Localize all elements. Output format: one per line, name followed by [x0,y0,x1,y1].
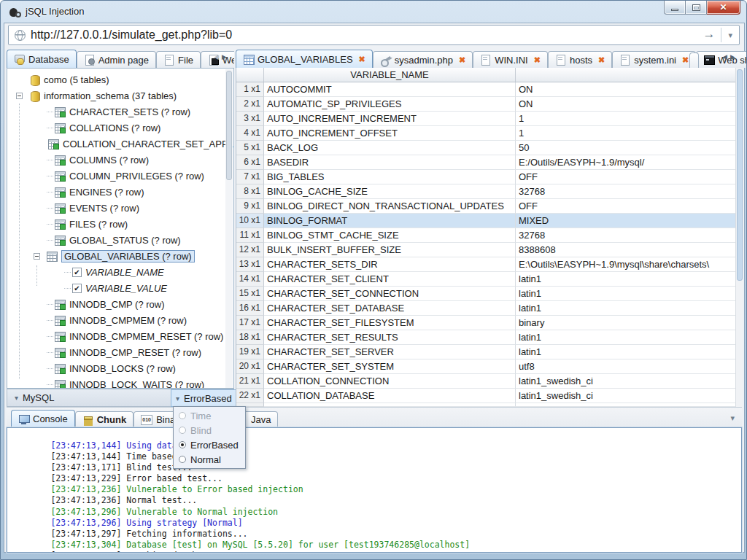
table-row[interactable]: 11 x1 BINLOG_STMT_CACHE_SIZE 32768 [236,228,743,243]
tree-table-item[interactable]: GLOBAL_STATUS (? row) [7,232,226,248]
go-button[interactable]: → [697,27,721,43]
variable-value-cell: latin1 [516,301,743,316]
close-tab-icon[interactable]: ✖ [534,55,541,65]
table-row[interactable]: 21 x1 COLLATION_CONNECTION latin1_swedis… [236,374,743,389]
close-tab-icon[interactable]: ✖ [598,55,605,65]
variable-name-cell: CHARACTER_SETS_DIR [264,257,516,272]
variable-value-header[interactable] [516,68,743,82]
table-row[interactable]: 7 x1 BIG_TABLES OFF [236,170,743,184]
strategy-menu-item[interactable]: ErrorBased [174,438,245,452]
table-row[interactable]: 16 x1 CHARACTER_SET_DATABASE latin1 [236,301,743,316]
strategy-menu-item[interactable]: Blind [174,423,245,438]
close-tab-icon[interactable]: ✖ [682,55,689,65]
maximize-icon [692,4,700,11]
collapse-expander-icon[interactable] [34,253,40,260]
table-row[interactable]: 15 x1 CHARACTER_SET_CONNECTION latin1 [236,287,743,301]
tree-table-item[interactable]: COLUMNS (? row) [7,152,226,168]
result-tab-partial[interactable] [689,52,699,69]
variable-name-cell: AUTOCOMMIT [264,82,516,97]
tree-column-item[interactable]: ✔ VARIABLE_VALUE [7,280,226,296]
table-row[interactable]: 5 x1 BACK_LOG 50 [236,141,743,155]
table-icon [55,331,66,341]
tree-scrollbar[interactable] [225,69,233,389]
table-row[interactable]: 10 x1 BINLOG_FORMAT MIXED [236,214,743,228]
console-tab[interactable]: Chunk [75,411,133,427]
tree-table-item[interactable]: COLLATION_CHARACTER_SET_APPLICABILITY (?… [7,136,226,152]
table-row[interactable]: 22 x1 COLLATION_DATABASE latin1_swedish_… [236,389,743,403]
table-row[interactable]: 4 x1 AUTO_INCREMENT_OFFSET 1 [236,126,743,141]
row-number-cell: 13 x1 [236,257,264,272]
maximize-button[interactable] [686,1,707,15]
tab-icon [380,55,391,65]
tree-table-item[interactable]: EVENTS (? row) [7,200,226,216]
variable-name-cell: COLLATION_DATABASE [264,389,516,403]
left-tab[interactable]: Database [7,50,77,68]
console-tabs-chevron-icon[interactable]: ▾ [730,413,735,423]
tree-database-information-schema[interactable]: information_schema (37 tables) [7,88,226,104]
result-tab[interactable]: WIN.INI ✖ [473,51,548,68]
variable-value-cell: 32768 [516,228,743,243]
tree-table-item[interactable]: CHARACTER_SETS (? row) [7,104,226,120]
table-row[interactable]: 19 x1 CHARACTER_SET_SERVER latin1 [236,345,743,359]
scroll-left-icon[interactable]: ◀ [722,53,727,61]
strategy-dropdown[interactable]: ▾ ErrorBased [171,389,237,407]
close-button[interactable]: ✕ [707,1,740,15]
tree-table-item[interactable]: INNODB_CMPMEM (? row) [7,312,226,328]
tree-table-item[interactable]: ENGINES (? row) [7,184,226,200]
tree-table-item[interactable]: FILES (? row) [7,216,226,232]
tree-table-item[interactable]: COLLATIONS (? row) [7,120,226,136]
database-icon [29,74,40,85]
close-tab-icon[interactable]: ✖ [459,55,465,65]
console-log[interactable]: [23:47:13,144]Using database ty [23:47:1… [7,427,742,553]
table-row[interactable]: 3 x1 AUTO_INCREMENT_INCREMENT 1 [236,112,743,126]
table-row[interactable]: 20 x1 CHARACTER_SET_SYSTEM utf8 [236,359,743,374]
table-row[interactable]: 13 x1 CHARACTER_SETS_DIR E:\Outils\EASYP… [236,257,743,272]
scroll-right-icon[interactable]: ▶ [730,53,735,61]
table-row[interactable]: 12 x1 BULK_INSERT_BUFFER_SIZE 8388608 [236,243,743,257]
tree-table-item[interactable]: INNODB_CMP_RESET (? row) [7,344,226,360]
left-tab[interactable]: Admin page [77,51,156,68]
tree-connector [47,208,53,209]
tree-table-item[interactable]: INNODB_LOCK_WAITS (? row) [7,376,226,389]
tree-table-item[interactable]: INNODB_CMP (? row) [7,296,226,312]
result-tab[interactable]: hosts ✖ [548,51,612,68]
scroll-left-icon[interactable]: ◀ [214,53,219,61]
result-tab[interactable]: system.ini ✖ [612,51,696,68]
scroll-right-icon[interactable]: ▶ [222,53,227,61]
table-row[interactable]: 18 x1 CHARACTER_SET_RESULTS latin1 [236,330,743,345]
table-row[interactable]: 1 x1 AUTOCOMMIT ON [236,82,743,97]
tree-table-global-variables-selected[interactable]: GLOBAL_VARIABLES (? row) [7,248,226,264]
close-tab-icon[interactable]: ✖ [359,55,365,64]
left-tab[interactable]: File [156,51,201,68]
collapse-expander-icon[interactable] [16,93,23,99]
strategy-menu-item[interactable]: Normal [174,452,245,467]
vendor-dropdown[interactable]: ▾ MySQL [7,392,54,403]
table-row[interactable]: 17 x1 CHARACTER_SET_FILESYSTEM binary [236,316,743,330]
tree-table-item[interactable]: COLUMN_PRIVILEGES (? row) [7,168,226,184]
variable-name-header[interactable]: VARIABLE_NAME [264,68,516,82]
table-row[interactable]: 14 x1 CHARACTER_SET_CLIENT latin1 [236,272,743,287]
table-scrollbar-thumb[interactable] [737,69,743,281]
variable-value-cell: 1 [516,126,743,141]
table-row[interactable]: 9 x1 BINLOG_DIRECT_NON_TRANSACTIONAL_UPD… [236,199,743,214]
result-tab[interactable]: GLOBAL_VARIABLES ✖ [236,50,373,68]
column-checkbox[interactable]: ✔ [72,284,82,293]
table-scrollbar[interactable] [735,68,743,407]
column-checkbox[interactable]: ✔ [72,268,82,277]
tree-scrollbar-thumb[interactable] [226,71,232,180]
table-row[interactable]: 6 x1 BASEDIR E:/Outils/EASYPH~1.9/mysql/ [236,155,743,170]
tree-table-item[interactable]: INNODB_CMPMEM_RESET (? row) [7,328,226,344]
left-tab-scroll: ◀ ▶ [211,53,229,63]
minimize-button[interactable] [664,1,686,15]
table-row[interactable]: 8 x1 BINLOG_CACHE_SIZE 32768 [236,184,743,199]
tree-table-item[interactable]: INNODB_LOCKS (? row) [7,360,226,376]
console-tab[interactable]: Console [11,410,75,427]
strategy-menu-item[interactable]: Time [174,408,245,423]
url-history-chevron-icon[interactable]: ▾ [721,31,739,40]
result-tab[interactable]: sysadmin.php ✖ [373,51,473,68]
tree-database-como[interactable]: como (5 tables) [7,71,226,88]
table-row[interactable]: 2 x1 AUTOMATIC_SP_PRIVILEGES ON [236,97,743,112]
url-input[interactable] [31,28,697,42]
tab-icon [18,414,29,424]
tree-column-item[interactable]: ✔ VARIABLE_NAME [7,264,226,280]
